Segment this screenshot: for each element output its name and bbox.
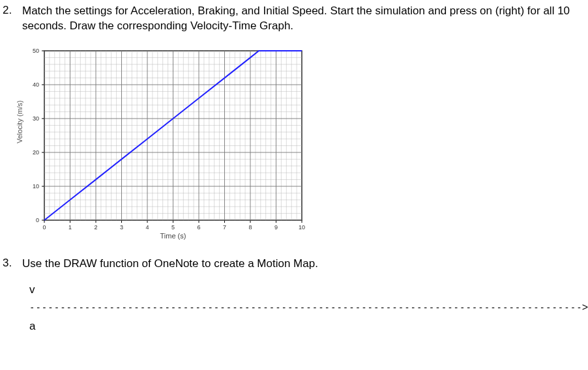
svg-text:50: 50 <box>33 48 39 54</box>
svg-text:30: 30 <box>33 115 39 122</box>
arrow-right-icon: > <box>582 302 588 313</box>
velocity-time-chart: Velocity (m/s) 01234567891001020304050Ti… <box>20 46 313 248</box>
motion-map-arrow-line: ----------------------------------------… <box>29 302 588 313</box>
svg-text:8: 8 <box>248 224 252 231</box>
chart-svg: 01234567891001020304050Time (s) <box>20 46 313 248</box>
svg-text:4: 4 <box>145 224 149 231</box>
svg-text:1: 1 <box>68 224 72 231</box>
svg-text:7: 7 <box>223 224 226 231</box>
svg-text:0: 0 <box>36 217 39 223</box>
q3-text: Use the DRAW function of OneNote to crea… <box>22 257 588 272</box>
svg-text:10: 10 <box>33 183 39 190</box>
svg-text:40: 40 <box>33 81 39 88</box>
q2-text: Match the settings for Acceleration, Bra… <box>22 4 588 34</box>
chart-ylabel: Velocity (m/s) <box>16 100 23 143</box>
svg-text:5: 5 <box>171 224 175 231</box>
svg-text:6: 6 <box>197 224 200 231</box>
motion-map-v-label: v <box>29 283 588 296</box>
svg-text:2: 2 <box>94 224 97 231</box>
svg-text:10: 10 <box>299 224 305 231</box>
motion-map: v --------------------------------------… <box>29 283 588 333</box>
svg-text:Time (s): Time (s) <box>160 232 186 240</box>
svg-text:9: 9 <box>274 224 278 231</box>
motion-map-a-label: a <box>29 320 588 333</box>
q3-number: 3. <box>0 257 22 270</box>
svg-text:20: 20 <box>33 149 39 156</box>
q2-number: 2. <box>0 4 22 17</box>
svg-text:3: 3 <box>120 224 123 231</box>
svg-text:0: 0 <box>42 224 46 231</box>
motion-map-dashes: ----------------------------------------… <box>29 302 581 313</box>
